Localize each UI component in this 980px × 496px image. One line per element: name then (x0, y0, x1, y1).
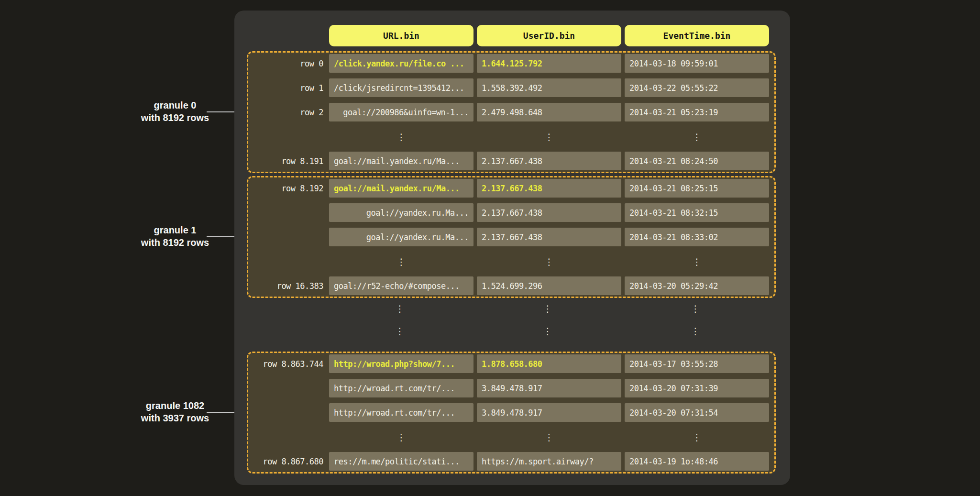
row-index-label: row 0 (248, 59, 329, 68)
userid-cell: 2.137.667.438 (477, 179, 621, 198)
vertical-ellipsis: ⋮ (475, 323, 620, 339)
url-cell: goal://mail.yandex.ru/Ma... (329, 179, 473, 198)
userid-cell: https://m.sport.airway/? (477, 452, 621, 471)
table-row: goal://yandex.ru.Ma...2.137.667.4382014-… (248, 228, 774, 246)
between-granules-ellipsis-row: ⋮⋮⋮ (247, 301, 776, 316)
vertical-ellipsis: ⋮ (625, 428, 769, 446)
row-index-label: row 8.192 (248, 184, 329, 193)
column-header-url-bin: URL.bin (329, 25, 473, 46)
eventtime-cell: 2014-03-17 03:55:28 (625, 354, 769, 373)
eventtime-cell: 2014-03-21 05:23:19 (625, 103, 769, 121)
userid-cell: 1.644.125.792 (477, 54, 621, 73)
url-cell: /click.yandex.ru/file.co ... (329, 54, 473, 73)
row-index-label: row 2 (248, 108, 329, 117)
url-cell: goal://r52-echo/#compose... (329, 276, 473, 295)
vertical-ellipsis: ⋮ (477, 127, 621, 146)
eventtime-cell: 2014-03-22 05:55:22 (625, 78, 769, 97)
vertical-ellipsis: ⋮ (329, 252, 473, 271)
userid-cell: 1.878.658.680 (477, 354, 621, 373)
ellipsis-row: ⋮⋮⋮ (247, 323, 776, 339)
ellipsis-row: ⋮⋮⋮ (248, 252, 774, 271)
vertical-ellipsis: ⋮ (623, 301, 768, 316)
granule-box-0: row 0/click.yandex.ru/file.co ...1.644.1… (247, 51, 776, 173)
vertical-ellipsis: ⋮ (625, 127, 769, 146)
userid-cell: 2.479.498.648 (477, 103, 621, 121)
table-row: row 8.863.744http://wroad.php?show/7...1… (248, 354, 774, 373)
table-row: row 0/click.yandex.ru/file.co ...1.644.1… (248, 54, 774, 73)
url-cell: goal://200986&uinfo=wn-1... (329, 103, 473, 121)
row-index-label: row 16.383 (248, 281, 329, 291)
vertical-ellipsis: ⋮ (623, 323, 768, 339)
eventtime-cell: 2014-03-19 1o:48:46 (625, 452, 769, 471)
vertical-ellipsis: ⋮ (329, 127, 473, 146)
table-row: row 16.383goal://r52-echo/#compose...1.5… (248, 276, 774, 295)
eventtime-cell: 2014-03-20 05:29:42 (625, 276, 769, 295)
ellipsis-row: ⋮⋮⋮ (247, 301, 776, 316)
table-row: row 2goal://200986&uinfo=wn-1...2.479.49… (248, 103, 774, 121)
userid-cell: 2.137.667.438 (477, 203, 621, 222)
userid-cell: 1.558.392.492 (477, 78, 621, 97)
clickhouse-granules-diagram: granule 0 with 8192 rows granule 1 with … (0, 0, 980, 496)
eventtime-cell: 2014-03-21 08:24:50 (625, 152, 769, 170)
vertical-ellipsis: ⋮ (477, 252, 621, 271)
url-cell: goal://yandex.ru.Ma... (329, 203, 473, 222)
userid-cell: 1.524.699.296 (477, 276, 621, 295)
eventtime-cell: 2014-03-18 09:59:01 (625, 54, 769, 73)
vertical-ellipsis: ⋮ (329, 428, 473, 446)
vertical-ellipsis: ⋮ (328, 323, 472, 339)
userid-cell: 3.849.478.917 (477, 379, 621, 397)
granule-box-1: row 8.192goal://mail.yandex.ru/Ma...2.13… (247, 176, 776, 298)
table-row: row 8.192goal://mail.yandex.ru/Ma...2.13… (248, 179, 774, 198)
table-row: http://wroad.rt.com/tr/...3.849.478.9172… (248, 379, 774, 397)
eventtime-cell: 2014-03-20 07:31:54 (625, 403, 769, 422)
url-cell: /click/jsredircnt=1395412... (329, 78, 473, 97)
table-row: row 8.191goal://mail.yandex.ru/Ma...2.13… (248, 152, 774, 170)
url-cell: http://wroad.rt.com/tr/... (329, 403, 473, 422)
eventtime-cell: 2014-03-20 07:31:39 (625, 379, 769, 397)
row-index-label: row 1 (248, 83, 329, 93)
url-cell: http://wroad.rt.com/tr/... (329, 379, 473, 397)
data-part-panel: URL.bin UserID.bin EventTime.bin row 0/c… (234, 11, 790, 485)
vertical-ellipsis: ⋮ (625, 252, 769, 271)
userid-cell: 2.137.667.438 (477, 228, 621, 246)
table-row: goal://yandex.ru.Ma...2.137.667.4382014-… (248, 203, 774, 222)
granule-box-1082: row 8.863.744http://wroad.php?show/7...1… (247, 352, 776, 474)
table-row: row 1/click/jsredircnt=1395412...1.558.3… (248, 78, 774, 97)
vertical-ellipsis: ⋮ (328, 301, 472, 316)
row-index-label: row 8.863.744 (248, 359, 329, 369)
url-cell: res://m.me/politic/stati... (329, 452, 473, 471)
column-header-eventtime-bin: EventTime.bin (625, 25, 769, 46)
vertical-ellipsis: ⋮ (475, 301, 620, 316)
row-index-label: row 8.867.680 (248, 457, 329, 466)
url-cell: http://wroad.php?show/7... (329, 354, 473, 373)
table-row: http://wroad.rt.com/tr/...3.849.478.9172… (248, 403, 774, 422)
between-granules-ellipsis-row: ⋮⋮⋮ (247, 323, 776, 339)
userid-cell: 2.137.667.438 (477, 152, 621, 170)
column-header-userid-bin: UserID.bin (477, 25, 621, 46)
table-row: row 8.867.680res://m.me/politic/stati...… (248, 452, 774, 471)
eventtime-cell: 2014-03-21 08:33:02 (625, 228, 769, 246)
eventtime-cell: 2014-03-21 08:25:15 (625, 179, 769, 198)
url-cell: goal://mail.yandex.ru/Ma... (329, 152, 473, 170)
eventtime-cell: 2014-03-21 08:32:15 (625, 203, 769, 222)
userid-cell: 3.849.478.917 (477, 403, 621, 422)
column-headers: URL.bin UserID.bin EventTime.bin (329, 25, 769, 46)
ellipsis-row: ⋮⋮⋮ (248, 428, 774, 446)
url-cell: goal://yandex.ru.Ma... (329, 228, 473, 246)
vertical-ellipsis: ⋮ (477, 428, 621, 446)
ellipsis-row: ⋮⋮⋮ (248, 127, 774, 146)
row-index-label: row 8.191 (248, 156, 329, 166)
